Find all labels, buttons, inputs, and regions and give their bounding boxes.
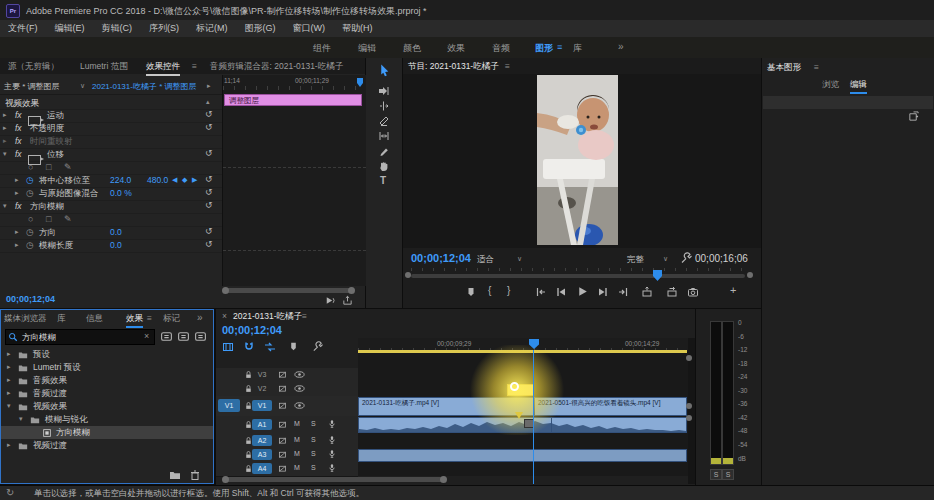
- search-input[interactable]: 方向模糊: [22, 332, 56, 344]
- tab-browse[interactable]: 浏览: [822, 79, 839, 91]
- voiceover-mic-icon[interactable]: [327, 419, 337, 429]
- nest-toggle-icon[interactable]: [222, 341, 234, 353]
- export-frame-icon[interactable]: [687, 286, 699, 298]
- ripple-edit-tool-icon[interactable]: [378, 100, 390, 112]
- param-value-y[interactable]: 480.0: [147, 175, 168, 185]
- go-to-out-icon[interactable]: [617, 286, 629, 298]
- param-value[interactable]: 0.0: [110, 240, 122, 250]
- tab-lumetri-scopes[interactable]: Lumetri 范围: [80, 61, 128, 73]
- disclosure-icon[interactable]: ▾: [3, 202, 7, 210]
- tab-effect-controls[interactable]: 效果控件: [146, 61, 180, 76]
- step-back-icon[interactable]: [555, 286, 567, 298]
- tree-item-lumetri-presets[interactable]: ▸ Lumetri 预设: [1, 361, 213, 374]
- play-button-icon[interactable]: [576, 285, 589, 298]
- tree-item-audio-transitions[interactable]: ▸ 音频过渡: [1, 387, 213, 400]
- track-output-eye-icon[interactable]: [294, 383, 305, 394]
- tree-item-video-transitions[interactable]: ▸ 视频过渡: [1, 439, 213, 452]
- collapse-section-icon[interactable]: ▴: [206, 98, 210, 106]
- menu-graphics[interactable]: 图形(G): [245, 22, 276, 35]
- yuv-effects-filter-icon[interactable]: [194, 330, 207, 343]
- master-chevron-icon[interactable]: ∨: [80, 82, 85, 90]
- resolution-chevron-icon[interactable]: ∨: [663, 255, 668, 263]
- tab-audio-clip-mixer[interactable]: 音频剪辑混合器: 2021-0131-吃橘子: [210, 61, 343, 73]
- video-clip-1[interactable]: 2021-0131-吃橘子.mp4 [V]: [358, 397, 534, 416]
- pen-mask-icon[interactable]: ✎: [64, 214, 72, 224]
- track-badge-v2[interactable]: V2: [252, 383, 272, 394]
- play-audio-icon[interactable]: [324, 295, 335, 306]
- mark-in-icon[interactable]: {: [488, 285, 491, 296]
- track-output-eye-icon[interactable]: [294, 369, 305, 380]
- v-scroll-dot-1[interactable]: [686, 355, 692, 361]
- linked-selection-icon[interactable]: [264, 341, 276, 353]
- disclosure-icon[interactable]: ▸: [7, 441, 11, 449]
- tab-media-browser[interactable]: 媒体浏览器: [4, 313, 47, 325]
- sync-lock-icon[interactable]: [278, 464, 287, 473]
- ellipse-mask-icon[interactable]: ○: [28, 162, 33, 172]
- disclosure-icon[interactable]: ▸: [15, 176, 19, 184]
- solo-button[interactable]: S: [311, 450, 316, 457]
- param-row-blur-length[interactable]: ▸ ◷ 模糊长度 0.0 ↺: [0, 239, 222, 253]
- workspace-overflow-icon[interactable]: »: [618, 41, 624, 52]
- h-scroll-handle-left[interactable]: [222, 476, 229, 483]
- disclosure-icon[interactable]: ▸: [7, 376, 11, 384]
- new-layer-icon[interactable]: [908, 111, 919, 122]
- effect-row-offset[interactable]: ▾ fx 位移 ↺: [0, 148, 222, 162]
- tree-label[interactable]: 预设: [33, 349, 50, 361]
- reset-icon[interactable]: ↺: [205, 226, 213, 236]
- v-scroll-dot-3[interactable]: [686, 415, 692, 421]
- add-keyframe-icon[interactable]: ◆: [182, 176, 187, 184]
- disclosure-icon[interactable]: ▸: [3, 111, 7, 119]
- menu-sequence[interactable]: 序列(S): [149, 22, 179, 35]
- tree-label[interactable]: 音频过渡: [33, 388, 67, 400]
- zoom-level-chevron-icon[interactable]: ∨: [517, 255, 522, 263]
- tab-source-monitor[interactable]: 源（无剪辑）: [8, 61, 59, 73]
- source-patch-v1[interactable]: V1: [218, 399, 240, 412]
- scrubber-end-dot[interactable]: [747, 272, 753, 278]
- go-to-in-icon[interactable]: [535, 286, 547, 298]
- disclosure-icon[interactable]: ▸: [7, 363, 11, 371]
- workspace-tab-graphics[interactable]: 图形: [535, 42, 553, 55]
- type-tool-icon[interactable]: T: [380, 175, 386, 186]
- param-value[interactable]: 0.0: [110, 227, 122, 237]
- accelerated-effects-filter-icon[interactable]: [160, 330, 173, 343]
- tree-label[interactable]: Lumetri 预设: [33, 362, 81, 374]
- keyframe-timeline[interactable]: 11;14 00;00;11;29 调整图层: [222, 75, 366, 286]
- stopwatch-icon[interactable]: ◷: [26, 227, 34, 237]
- timeline-playhead-line[interactable]: [533, 350, 534, 484]
- meter-solo-left[interactable]: S: [710, 469, 722, 480]
- workspace-tab-audio[interactable]: 音频: [492, 42, 510, 55]
- param-row-direction[interactable]: ▸ ◷ 方向 0.0 ↺: [0, 226, 222, 240]
- step-forward-icon[interactable]: [597, 286, 609, 298]
- add-marker-icon[interactable]: [288, 341, 299, 352]
- track-output-eye-icon[interactable]: [294, 400, 305, 411]
- keyframe-ruler[interactable]: [223, 86, 366, 90]
- tree-item-audio-effects[interactable]: ▸ 音频效果: [1, 374, 213, 387]
- param-value-x[interactable]: 224.0: [110, 175, 131, 185]
- export-icon[interactable]: [342, 295, 353, 306]
- razor-tool-icon[interactable]: [378, 115, 390, 127]
- sync-lock-icon[interactable]: [278, 450, 287, 459]
- zoom-level-select[interactable]: 适合: [477, 254, 494, 266]
- timeline-h-scrollbar[interactable]: [226, 477, 444, 482]
- menu-help[interactable]: 帮助(H): [342, 22, 373, 35]
- effect-row-time-remap[interactable]: ▸ fx 时间重映射: [0, 135, 222, 149]
- pen-mask-icon[interactable]: ✎: [64, 162, 72, 172]
- button-editor-plus-icon[interactable]: +: [730, 284, 736, 296]
- prev-keyframe-icon[interactable]: ◀: [172, 176, 177, 184]
- stopwatch-icon[interactable]: ◷: [26, 188, 34, 198]
- clip-ref-label[interactable]: 2021-0131-吃橘子 * 调整图层: [92, 81, 196, 92]
- disclosure-icon[interactable]: ▸: [15, 189, 19, 197]
- mute-button[interactable]: M: [294, 420, 300, 427]
- workspace-tab-libraries[interactable]: 库: [573, 42, 582, 55]
- selection-tool-icon[interactable]: [378, 64, 391, 77]
- workspace-tab-assembly[interactable]: 组件: [313, 42, 331, 55]
- add-marker-icon[interactable]: [465, 286, 477, 298]
- program-scrubber-track[interactable]: [411, 274, 745, 278]
- effects-panel-menu-icon[interactable]: ≡: [147, 313, 152, 323]
- timeline-settings-wrench-icon[interactable]: [312, 341, 323, 352]
- tab-effects[interactable]: 效果: [126, 313, 143, 328]
- solo-button[interactable]: S: [311, 436, 316, 443]
- track-badge-a2[interactable]: A2: [252, 435, 272, 446]
- tab-edit[interactable]: 编辑: [850, 79, 867, 94]
- tree-label[interactable]: 方向模糊: [56, 427, 90, 439]
